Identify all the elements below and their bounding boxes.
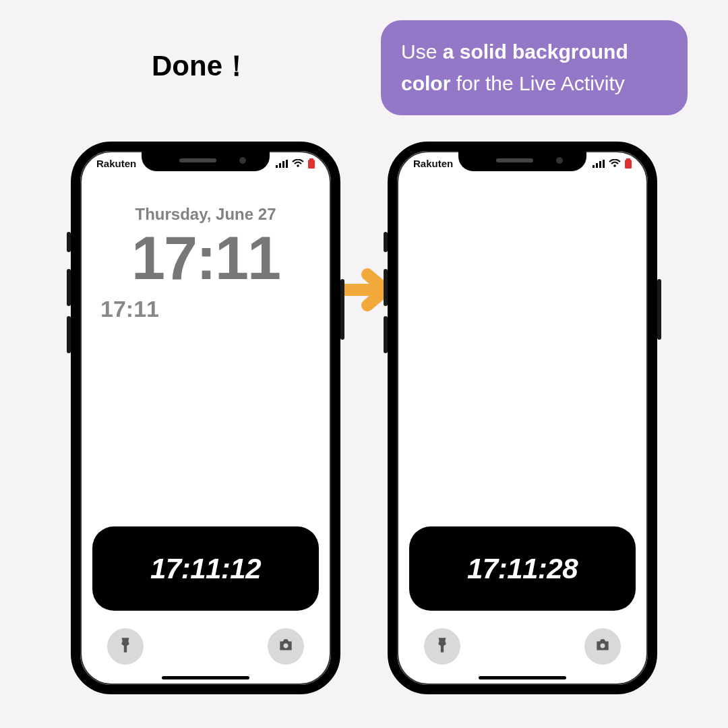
tip-post: for the Live Activity (450, 72, 624, 94)
tip-pre: Use (401, 40, 443, 63)
live-activity-time: 17:11:28 (467, 553, 578, 585)
status-bar: Rakuten (80, 158, 331, 169)
phone-mock-left: Rakuten Thursday, June 27 17: (71, 142, 340, 694)
lock-time-small: 17:11 (100, 296, 159, 322)
svg-rect-7 (308, 160, 315, 169)
carrier-label: Rakuten (96, 158, 136, 169)
svg-rect-14 (626, 158, 630, 160)
flashlight-icon (433, 636, 451, 657)
live-activity-time: 17:11:12 (150, 553, 261, 585)
tip-callout: Use a solid background color for the Liv… (381, 20, 688, 115)
battery-low-icon (625, 158, 632, 169)
svg-rect-4 (286, 160, 288, 168)
silence-switch (384, 232, 388, 252)
flashlight-button[interactable] (424, 628, 460, 665)
svg-rect-6 (309, 158, 313, 160)
silence-switch (67, 232, 71, 252)
svg-rect-12 (603, 160, 605, 168)
home-indicator[interactable] (162, 676, 249, 679)
lock-time-large: 17:11 (80, 224, 331, 293)
camera-button[interactable] (268, 628, 304, 665)
flashlight-icon (117, 636, 134, 657)
svg-rect-1 (276, 165, 278, 168)
power-button (657, 279, 661, 340)
svg-rect-11 (599, 161, 601, 168)
volume-up-button (384, 269, 388, 306)
svg-rect-10 (596, 163, 598, 168)
wifi-icon (292, 159, 304, 168)
cell-signal-icon (593, 160, 605, 168)
status-indicators (276, 158, 315, 169)
wifi-icon (609, 159, 621, 168)
camera-button[interactable] (584, 628, 621, 665)
svg-point-13 (613, 164, 616, 167)
svg-rect-2 (279, 163, 281, 168)
svg-point-8 (284, 644, 289, 648)
live-activity-pill[interactable]: 17:11:28 (409, 526, 636, 611)
svg-point-5 (297, 164, 299, 167)
camera-icon (277, 636, 295, 657)
power-button (340, 279, 344, 340)
camera-icon (594, 636, 611, 657)
svg-point-16 (601, 644, 605, 648)
svg-rect-3 (282, 161, 284, 168)
cell-signal-icon (276, 160, 288, 168)
battery-low-icon (308, 158, 315, 169)
lock-date: Thursday, June 27 (80, 205, 331, 224)
status-bar: Rakuten (397, 158, 648, 169)
svg-rect-9 (593, 165, 595, 168)
volume-up-button (67, 269, 71, 306)
home-indicator[interactable] (479, 676, 566, 679)
status-indicators (593, 158, 632, 169)
volume-down-button (67, 316, 71, 353)
phone-mock-right: Rakuten 17:11:28 (388, 142, 657, 694)
live-activity-pill[interactable]: 17:11:12 (92, 526, 319, 611)
done-heading: Done！ (152, 47, 251, 85)
flashlight-button[interactable] (107, 628, 144, 665)
carrier-label: Rakuten (413, 158, 453, 169)
volume-down-button (384, 316, 388, 353)
svg-rect-15 (625, 160, 632, 169)
